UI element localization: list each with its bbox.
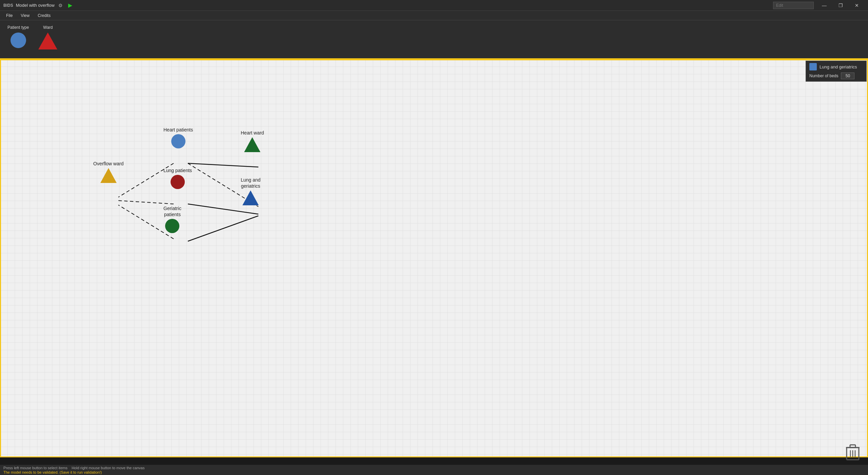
settings-icon[interactable]: ⚙ bbox=[57, 2, 64, 9]
svg-marker-8 bbox=[100, 168, 117, 183]
beds-row: Number of beds bbox=[809, 73, 863, 79]
menu-credits[interactable]: Credits bbox=[34, 12, 54, 19]
window-controls: — ❐ ✕ bbox=[816, 0, 865, 11]
svg-rect-12 bbox=[850, 445, 855, 448]
node-label-heart-ward: Heart ward bbox=[241, 130, 264, 136]
menu-file[interactable]: File bbox=[3, 12, 16, 19]
run-icon[interactable]: ▶ bbox=[67, 2, 74, 9]
trash-button[interactable] bbox=[844, 442, 861, 461]
node-heart-patients[interactable]: Heart patients bbox=[163, 127, 193, 148]
canvas[interactable]: Lung and geriatrics Number of beds Heart… bbox=[0, 59, 868, 457]
edit-input[interactable] bbox=[773, 2, 814, 9]
close-button[interactable]: ✕ bbox=[849, 0, 865, 11]
node-shape-heart-ward[interactable] bbox=[244, 137, 260, 152]
info-panel-title: Lung and geriatrics bbox=[820, 64, 857, 69]
node-shape-lung-patients[interactable] bbox=[171, 175, 185, 189]
titlebar: BIDS Model with overflow ⚙ ▶ — ❐ ✕ bbox=[0, 0, 868, 11]
toolbar: Patient type Ward bbox=[0, 20, 868, 59]
menu-view[interactable]: View bbox=[17, 12, 33, 19]
trash-icon bbox=[845, 443, 860, 460]
node-shape-lung-geriatrics[interactable] bbox=[242, 190, 259, 205]
titlebar-left: BIDS Model with overflow ⚙ ▶ bbox=[3, 2, 74, 9]
statusbar-warning: The model needs to be validated. (Save i… bbox=[3, 470, 144, 474]
patient-type-tool[interactable]: Patient type bbox=[3, 23, 33, 50]
app-icon: BIDS bbox=[3, 3, 13, 8]
restore-button[interactable]: ❐ bbox=[833, 0, 848, 11]
node-label-lung-patients: Lung patients bbox=[163, 167, 192, 173]
ward-label: Ward bbox=[43, 25, 53, 30]
node-overflow-ward[interactable]: Overflow ward bbox=[93, 161, 123, 183]
minimize-button[interactable]: — bbox=[816, 0, 832, 11]
node-label-geriatric-patients: Geriatric patients bbox=[163, 205, 181, 218]
app-title: Model with overflow bbox=[16, 3, 55, 8]
beds-label: Number of beds bbox=[809, 74, 838, 78]
node-geriatric-patients[interactable]: Geriatric patients bbox=[163, 205, 181, 233]
info-panel-icon bbox=[809, 63, 817, 70]
beds-input[interactable] bbox=[841, 73, 854, 79]
info-panel-header: Lung and geriatrics bbox=[809, 63, 863, 70]
node-lung-geriatrics[interactable]: Lung and geriatrics bbox=[241, 177, 260, 205]
node-heart-ward[interactable]: Heart ward bbox=[241, 130, 264, 152]
node-label-heart-patients: Heart patients bbox=[163, 127, 193, 133]
svg-marker-7 bbox=[244, 137, 260, 152]
patient-type-label: Patient type bbox=[7, 25, 29, 30]
statusbar: Press left mouse button to select items … bbox=[0, 465, 868, 475]
info-panel: Lung and geriatrics Number of beds bbox=[806, 61, 867, 82]
menubar: File View Credits bbox=[0, 11, 868, 20]
statusbar-hint: Press left mouse button to select items … bbox=[3, 466, 144, 470]
node-shape-heart-patients[interactable] bbox=[171, 134, 185, 148]
node-shape-overflow-ward[interactable] bbox=[100, 168, 117, 183]
patient-type-circle bbox=[11, 33, 26, 48]
node-label-lung-geriatrics: Lung and geriatrics bbox=[241, 177, 260, 189]
svg-marker-9 bbox=[242, 190, 259, 205]
ward-triangle bbox=[38, 33, 57, 49]
grid bbox=[0, 59, 868, 457]
node-label-overflow-ward: Overflow ward bbox=[93, 161, 123, 167]
node-lung-patients[interactable]: Lung patients bbox=[163, 167, 192, 189]
node-shape-geriatric-patients[interactable] bbox=[165, 219, 179, 233]
ward-tool[interactable]: Ward bbox=[34, 23, 61, 51]
